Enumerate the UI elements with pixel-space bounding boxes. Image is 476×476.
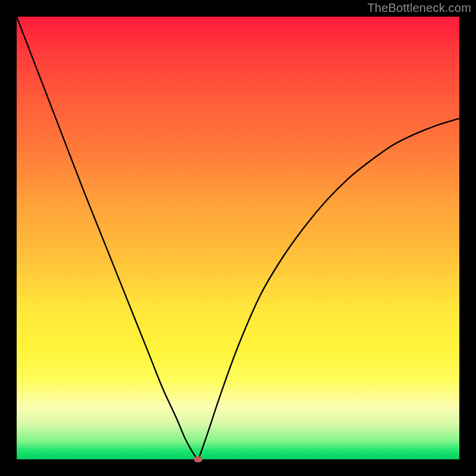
minimum-marker: [194, 456, 202, 462]
chart-frame: TheBottleneck.com: [0, 0, 476, 476]
plot-area: [17, 17, 459, 459]
watermark-text: TheBottleneck.com: [367, 1, 471, 15]
bottleneck-curve: [17, 17, 459, 459]
